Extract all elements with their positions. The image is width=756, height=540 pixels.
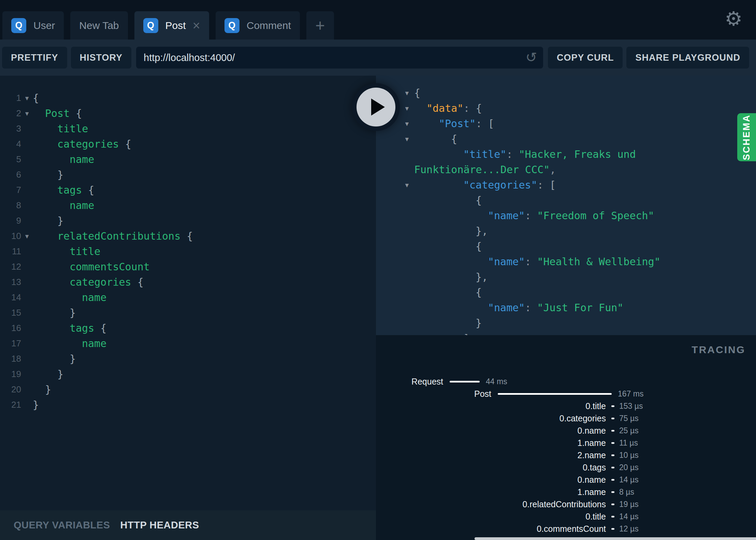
response-line: ▾{	[376, 131, 756, 147]
code-text: }	[33, 169, 63, 181]
tab-label: New Tab	[79, 20, 119, 31]
trace-duration-dash	[611, 430, 614, 432]
schema-sidebar-tab-label: SCHEMA	[741, 114, 752, 160]
query-line: 6}	[0, 167, 376, 182]
code-text: }	[33, 307, 76, 319]
tab-post[interactable]: Q Post ×	[134, 11, 209, 40]
code-text: name	[33, 199, 94, 211]
trace-row: 0.title14 µs	[376, 510, 756, 523]
trace-duration-value: 167 ms	[618, 389, 643, 399]
trace-duration-value: 75 µs	[619, 414, 639, 423]
line-number: 18	[0, 354, 21, 364]
response-line: {	[376, 193, 756, 208]
query-line: 1▾{	[0, 90, 376, 106]
code-text: }	[33, 353, 76, 365]
schema-sidebar-tab[interactable]: SCHEMA	[737, 113, 756, 161]
code-text: title	[33, 245, 100, 257]
query-line: 15}	[0, 305, 376, 320]
tab-comment[interactable]: Q Comment	[216, 11, 300, 40]
copy-curl-button[interactable]: COPY CURL	[548, 47, 623, 69]
query-variables-tab[interactable]: QUERY VARIABLES	[14, 520, 110, 531]
trace-label: 1.name	[376, 438, 606, 448]
query-badge-icon: Q	[224, 18, 239, 33]
fold-arrow-icon[interactable]: ▾	[21, 232, 33, 240]
trace-row: 0.commentsCount12 µs	[376, 523, 756, 535]
query-line: 21}	[0, 397, 376, 412]
trace-label: Post	[376, 389, 491, 399]
reload-schema-icon[interactable]: ↺	[525, 49, 537, 65]
trace-label: 0.tags	[376, 463, 606, 472]
editor-footer-bar: QUERY VARIABLES HTTP HEADERS	[0, 510, 376, 540]
response-line: "name": "Just For Fun"	[376, 300, 756, 315]
code-text: categories {	[33, 138, 131, 150]
settings-gear-icon[interactable]: ⚙	[725, 9, 742, 29]
code-text: {	[409, 286, 482, 298]
line-number: 1	[0, 93, 21, 103]
line-number: 6	[0, 169, 21, 180]
fold-arrow-icon[interactable]: ▾	[21, 109, 33, 118]
response-line: {	[376, 239, 756, 254]
line-number: 19	[0, 369, 21, 379]
response-line: Funktionäre...Der CCC",	[376, 162, 756, 177]
query-badge-icon: Q	[143, 18, 158, 33]
trace-duration-value: 20 µs	[619, 463, 639, 472]
code-text: }	[33, 399, 39, 411]
http-headers-tab[interactable]: HTTP HEADERS	[120, 520, 199, 531]
code-text: },	[409, 225, 488, 237]
trace-duration-value: 19 µs	[619, 500, 639, 509]
query-editor-pane[interactable]: 1▾{2▾Post {3title4categories {5name6}7ta…	[0, 76, 376, 510]
line-number: 4	[0, 139, 21, 149]
line-number: 14	[0, 292, 21, 303]
trace-row: 0.name14 µs	[376, 474, 756, 486]
fold-arrow-icon[interactable]: ▾	[21, 94, 33, 102]
response-pane: ▾{▾"data": {▾"Post": [▾{"title": "Hacker…	[376, 76, 756, 335]
share-playground-button[interactable]: SHARE PLAYGROUND	[626, 47, 749, 69]
code-text: }	[409, 317, 482, 329]
code-text: }	[33, 368, 63, 380]
close-icon[interactable]: ×	[193, 19, 200, 32]
trace-row: 0.categories75 µs	[376, 412, 756, 424]
tab-bar: Q User New Tab Q Post × Q Comment + ⚙	[0, 0, 756, 40]
endpoint-url-input[interactable]: http://localhost:4000/ ↺	[136, 47, 543, 69]
response-line: {	[376, 285, 756, 300]
code-text: name	[33, 153, 94, 165]
line-number: 20	[0, 384, 21, 395]
code-text: },	[409, 271, 488, 283]
prettify-button[interactable]: PRETTIFY	[2, 47, 67, 69]
code-text: tags {	[33, 322, 106, 334]
query-line: 3title	[0, 121, 376, 136]
tab-user[interactable]: Q User	[2, 11, 64, 40]
trace-row: 2.name10 µs	[376, 449, 756, 461]
tracing-panel: TRACING Request44 msPost167 ms0.title153…	[376, 335, 756, 540]
query-line: 10▾relatedContributions {	[0, 228, 376, 244]
history-button[interactable]: HISTORY	[71, 47, 132, 69]
new-tab-button[interactable]: +	[306, 11, 334, 40]
endpoint-url-value: http://localhost:4000/	[144, 52, 235, 63]
tracing-rows: Request44 msPost167 ms0.title153 µs0.cat…	[376, 375, 756, 540]
code-text: ]	[409, 332, 469, 335]
tracing-horizontal-scrollbar[interactable]	[475, 537, 756, 540]
code-text: "data": {	[409, 102, 482, 114]
execute-query-button[interactable]	[352, 83, 400, 131]
tracing-panel-title[interactable]: TRACING	[692, 344, 745, 356]
code-text: name	[33, 338, 106, 349]
trace-duration-value: 14 µs	[619, 475, 639, 484]
trace-duration-value: 8 µs	[619, 487, 634, 497]
trace-row: 1.name11 µs	[376, 437, 756, 449]
trace-label: 0.commentsCount	[376, 524, 606, 534]
query-line: 4categories {	[0, 136, 376, 152]
trace-duration-value: 11 µs	[619, 438, 638, 448]
code-text: {	[33, 92, 39, 104]
line-number: 7	[0, 185, 21, 195]
tab-new-tab[interactable]: New Tab	[70, 11, 128, 40]
query-line: 19}	[0, 366, 376, 382]
fold-arrow-icon[interactable]: ▾	[376, 181, 409, 189]
line-number: 3	[0, 123, 21, 134]
query-editor[interactable]: 1▾{2▾Post {3title4categories {5name6}7ta…	[0, 76, 376, 412]
line-number: 13	[0, 277, 21, 287]
fold-arrow-icon[interactable]: ▾	[376, 135, 409, 143]
line-number: 15	[0, 308, 21, 318]
code-text: tags {	[33, 184, 94, 196]
trace-duration-bar	[498, 393, 612, 395]
trace-duration-dash	[611, 454, 614, 456]
